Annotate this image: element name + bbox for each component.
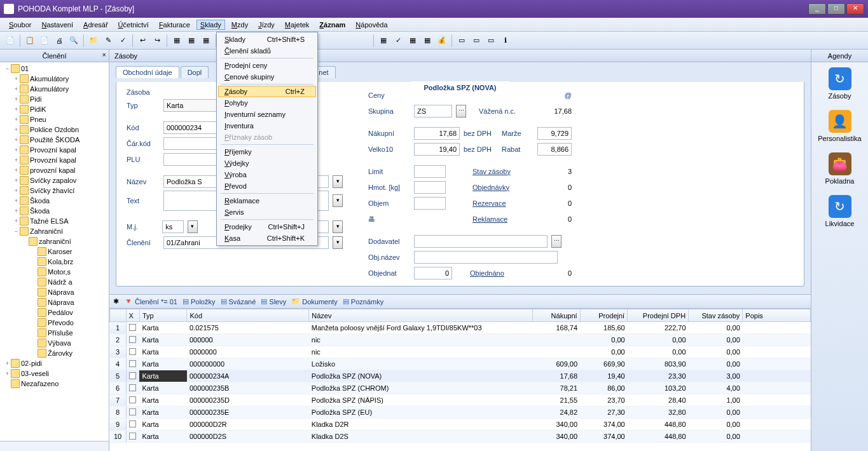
objnazev-input[interactable] [414, 251, 558, 264]
tree-node[interactable]: +03-veseli [0, 368, 109, 379]
menu-item[interactable]: Záznam [315, 20, 349, 30]
menu-item[interactable]: Účetnictví [114, 20, 153, 30]
tree-node[interactable]: +Provozní kapal [0, 155, 109, 165]
tree-node[interactable]: +Akumulátory [0, 84, 109, 94]
tree-node[interactable]: +provozní kapal [0, 165, 109, 175]
carkod-input[interactable] [163, 137, 219, 150]
agenda-item[interactable]: 👤Personalistika [811, 105, 868, 147]
menu-item[interactable]: Členění skladů [218, 45, 316, 57]
tree-node[interactable]: +Svíčky žhavící [0, 185, 109, 196]
grid-tab[interactable]: ▤Položky [183, 297, 216, 306]
tool-icon[interactable]: 🔍 [67, 34, 80, 47]
velko-input[interactable] [414, 143, 460, 156]
tool-icon[interactable]: 📋 [24, 34, 36, 47]
tree-node[interactable]: Motor,s [0, 267, 109, 277]
dodavatel-input[interactable] [414, 235, 548, 248]
table-row[interactable]: 6Karta000000235BPodložka SPZ (CHROM)78,2… [110, 382, 811, 394]
tool-icon[interactable]: ▭ [485, 34, 497, 47]
objednat-input[interactable] [414, 267, 452, 279]
col-header[interactable]: Stav zásoby [689, 309, 743, 322]
nakupni-input[interactable] [414, 127, 460, 140]
tool-icon[interactable]: ℹ [499, 34, 512, 47]
menu-item[interactable]: Soubor [5, 20, 35, 30]
menu-item[interactable]: ProdejkyCtrl+Shift+J [218, 221, 316, 232]
menu-item[interactable]: Prodejní ceny [218, 60, 316, 71]
table-row[interactable]: 10Karta000000D2SKladka D2S340,00374,0044… [110, 431, 811, 443]
tool-icon[interactable]: ✓ [116, 34, 129, 47]
grid-tab[interactable]: ▤Poznámky [343, 297, 383, 306]
menu-item[interactable]: SkladyCtrl+Shift+S [218, 34, 316, 45]
menu-item[interactable]: Nápověda [352, 20, 391, 30]
table-row[interactable]: 5Karta000000234APodložka SPZ (NOVA)17,68… [110, 370, 811, 382]
limit-input[interactable] [414, 165, 446, 178]
dropdown-icon[interactable]: ⋯ [456, 105, 466, 118]
col-header[interactable] [110, 309, 127, 322]
grid-tab[interactable]: ▤Svázané [221, 297, 256, 306]
tool-icon[interactable]: ▦ [377, 34, 390, 47]
tree-node[interactable]: +Svíčky zapalov [0, 175, 109, 185]
tool-icon[interactable]: 🖨 [53, 34, 65, 47]
mj-input[interactable] [162, 220, 184, 233]
tool-icon[interactable]: ▭ [455, 34, 468, 47]
rabat-input[interactable] [537, 143, 572, 156]
minimize-button[interactable]: _ [808, 3, 826, 15]
tree-node[interactable]: +Tažné ELSA [0, 216, 109, 226]
field-label[interactable]: Objednávky [472, 184, 509, 191]
tool-icon[interactable]: ▦ [170, 34, 183, 47]
table-row[interactable]: 7Karta000000235DPodložka SPZ (NÁPIS)21,5… [110, 394, 811, 407]
tool-icon[interactable]: 📄 [4, 34, 17, 47]
tool-icon[interactable]: 📄 [38, 34, 51, 47]
table-row[interactable]: 9Karta000000D2RKladka D2R340,00374,00448… [110, 419, 811, 431]
menu-item[interactable]: Výroba [218, 169, 316, 180]
plu-input[interactable] [163, 153, 219, 166]
hmot-input[interactable] [414, 181, 446, 194]
agenda-item[interactable]: 👛Pokladna [811, 147, 868, 190]
table-row[interactable]: 4Karta000000000Ložisko609,00669,90803,90… [110, 358, 811, 370]
menu-item[interactable]: ZásobyCtrl+Z [218, 86, 316, 97]
menu-item[interactable]: Majetek [281, 20, 313, 30]
data-grid[interactable]: XTypKódNázevNákupníProdejníProdejní DPHS… [109, 309, 811, 451]
table-row[interactable]: 8Karta000000235EPodložka SPZ (EU)24,8227… [110, 407, 811, 419]
tool-icon[interactable]: ▦ [421, 34, 434, 47]
field-label[interactable]: Rezervace [472, 199, 506, 207]
tree-node[interactable]: +Poklice Ozdobn [0, 125, 109, 135]
skupina-input[interactable] [414, 105, 452, 118]
menu-item[interactable]: Převod [218, 180, 316, 192]
tree-node[interactable]: +Pneu [0, 114, 109, 125]
menu-item[interactable]: Servis [218, 206, 316, 218]
menu-item[interactable]: Nastavení [38, 20, 77, 30]
menu-item[interactable]: Příjemky [218, 146, 316, 158]
marze-input[interactable] [537, 127, 572, 140]
tree-node[interactable]: Náprava [0, 287, 109, 297]
col-header[interactable]: Popis [743, 309, 811, 322]
menu-item[interactable]: Sklady [196, 20, 225, 30]
field-label[interactable]: Stav zásoby [472, 168, 511, 175]
tool-icon[interactable]: ▦ [406, 34, 419, 47]
menu-item[interactable]: Mzdy [228, 20, 252, 30]
table-row[interactable]: 3Karta0000000nic0,000,000,00 [110, 346, 811, 358]
col-header[interactable]: Typ [139, 309, 187, 322]
table-row[interactable]: 2Karta000000nic0,000,000,00 [110, 334, 811, 346]
field-label[interactable]: Reklamace [472, 215, 507, 223]
panel-close-icon[interactable]: × [102, 51, 106, 58]
maximize-button[interactable]: □ [827, 3, 845, 15]
tool-icon[interactable]: 📁 [87, 34, 100, 47]
tree-node[interactable]: Náprava [0, 297, 109, 307]
menu-item[interactable]: Inventurní seznamy [218, 109, 316, 120]
tool-icon[interactable]: ▦ [200, 34, 212, 47]
field-label[interactable]: Objednáno [470, 269, 504, 277]
menu-item[interactable]: Pohyby [218, 97, 316, 109]
tree-node[interactable]: +Pidi [0, 94, 109, 104]
menu-item[interactable]: Reklamace [218, 195, 316, 206]
tree[interactable]: −01+Akumulátory+Akumulátory+Pidi+PidiK+P… [0, 62, 109, 441]
tree-node[interactable]: −01 [0, 64, 109, 74]
tree-node[interactable]: Převodo [0, 318, 109, 328]
col-header[interactable]: Prodejní DPH [628, 309, 689, 322]
menu-item[interactable]: Inventura [218, 120, 316, 131]
dropdown-icon[interactable]: ▾ [333, 175, 343, 188]
menu-item[interactable]: Fakturace [155, 20, 194, 30]
objem-input[interactable] [414, 197, 446, 210]
sklady-menu[interactable]: SkladyCtrl+Shift+SČlenění skladůProdejní… [216, 32, 318, 246]
menu-item[interactable]: Jízdy [254, 20, 279, 30]
tool-icon[interactable]: ✓ [392, 34, 404, 47]
